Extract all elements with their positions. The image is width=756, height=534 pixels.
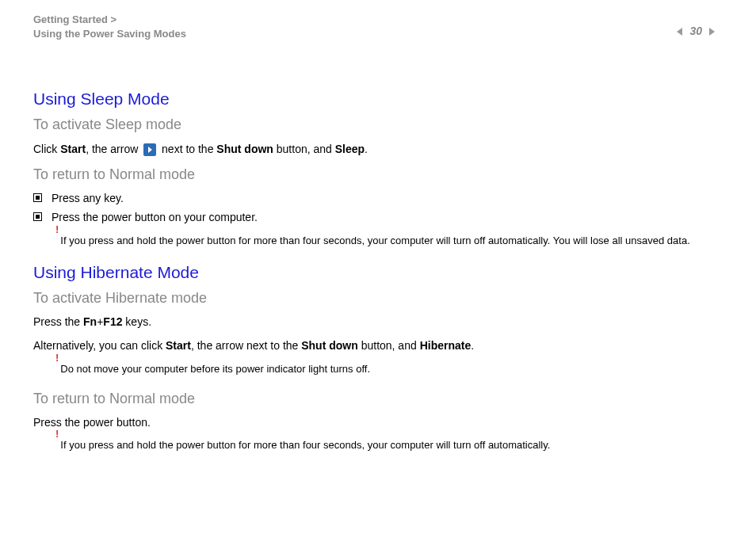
bullet-icon: [33, 193, 42, 202]
warning-icon: !: [55, 351, 59, 365]
breadcrumb: Getting Started > Using the Power Saving…: [33, 13, 723, 41]
subheading-activate-sleep: To activate Sleep mode: [33, 115, 723, 135]
bullet-list-return-normal: Press any key. Press the power button on…: [33, 191, 723, 225]
text-bold-start: Start: [166, 339, 191, 352]
text-bold-start: Start: [60, 143, 86, 155]
warning-note-1: ! If you press and hold the power button…: [55, 234, 723, 248]
warning-icon: !: [55, 427, 59, 441]
page-content: Using Sleep Mode To activate Sleep mode …: [33, 87, 723, 466]
text-fragment: next to the: [158, 143, 216, 155]
paragraph-alternatively: Alternatively, you can click Start, the …: [33, 338, 723, 354]
list-item: Press any key.: [33, 191, 723, 207]
text-fragment: Alternatively, you can click: [33, 339, 166, 352]
paragraph-fn-f12: Press the Fn+F12 keys.: [33, 315, 723, 330]
list-item-text: Press the power button on your computer.: [52, 210, 258, 226]
breadcrumb-line-2: Using the Power Saving Modes: [33, 27, 723, 41]
warning-icon: !: [55, 223, 59, 237]
text-bold-f12: F12: [103, 315, 122, 328]
bullet-icon: [33, 212, 42, 221]
text-bold-shutdown: Shut down: [301, 339, 358, 352]
page-number: 30: [689, 24, 702, 40]
warning-text: If you press and hold the power button f…: [60, 438, 550, 452]
page-root: Getting Started > Using the Power Saving…: [0, 0, 756, 534]
text-fragment: button, and: [358, 339, 420, 352]
text-fragment: .: [471, 339, 474, 352]
text-fragment: button, and: [273, 143, 335, 155]
text-fragment: Click: [33, 143, 60, 155]
warning-note-3: ! If you press and hold the power button…: [55, 438, 723, 452]
svg-rect-7: [36, 215, 40, 219]
text-bold-sleep: Sleep: [335, 143, 365, 155]
text-fragment: , the arrow next to the: [191, 339, 301, 352]
next-page-icon[interactable]: [707, 27, 716, 36]
arrow-button-icon: [143, 143, 156, 156]
text-fragment: Press the: [33, 315, 83, 328]
prev-page-icon[interactable]: [675, 27, 685, 36]
warning-text: Do not move your computer before its pow…: [60, 362, 370, 376]
heading-sleep-mode: Using Sleep Mode: [33, 87, 723, 110]
text-fragment: keys.: [122, 315, 151, 328]
page-number-nav: 30: [675, 24, 716, 40]
text-bold-hibernate: Hibernate: [420, 339, 472, 352]
subheading-return-normal-1: To return to Normal mode: [33, 165, 723, 185]
breadcrumb-line-1: Getting Started >: [33, 13, 723, 27]
text-fragment: .: [365, 143, 368, 155]
text-bold-shutdown: Shut down: [216, 143, 273, 155]
list-item-text: Press any key.: [52, 191, 124, 207]
text-bold-fn: Fn: [83, 315, 97, 328]
page-header: Getting Started > Using the Power Saving…: [33, 13, 723, 41]
subheading-activate-hibernate: To activate Hibernate mode: [33, 288, 723, 308]
subheading-return-normal-2: To return to Normal mode: [33, 389, 723, 409]
svg-rect-5: [36, 196, 40, 200]
warning-note-2: ! Do not move your computer before its p…: [55, 362, 723, 376]
text-fragment: , the arrow: [86, 143, 141, 155]
paragraph-activate-sleep: Click Start, the arrow next to the Shut …: [33, 142, 723, 158]
svg-marker-0: [677, 28, 682, 36]
heading-hibernate-mode: Using Hibernate Mode: [33, 261, 723, 284]
paragraph-press-power: Press the power button.: [33, 415, 723, 431]
svg-marker-1: [709, 28, 715, 36]
warning-text: If you press and hold the power button f…: [60, 234, 689, 248]
list-item: Press the power button on your computer.: [33, 210, 723, 226]
